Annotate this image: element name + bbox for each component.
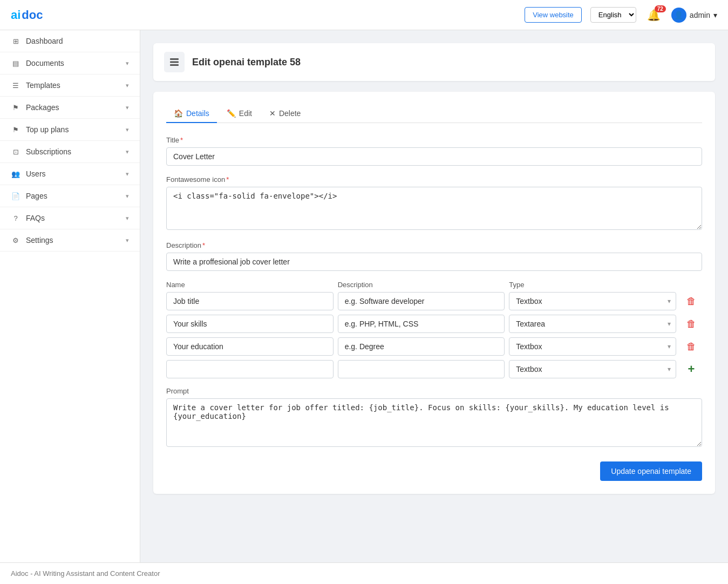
page-header-icon — [164, 52, 185, 72]
templates-icon: ☰ — [11, 82, 21, 90]
fields-desc-header: Description — [338, 281, 505, 289]
sidebar-item-label: Pages — [26, 192, 47, 200]
tab-delete-label: Delete — [279, 109, 301, 118]
edit-card: 🏠 Details ✏️ Edit ✕ Delete Title* — [153, 92, 715, 494]
prompt-group: Prompt — [166, 387, 702, 449]
sidebar-item-subscriptions[interactable]: ⊡ Subscriptions ▾ — [0, 141, 140, 163]
chevron-icon: ▾ — [126, 171, 129, 178]
fontawesome-group: Fontawesome icon* — [166, 175, 702, 232]
field-row-2: Textbox Textarea 🗑 — [166, 315, 702, 333]
sidebar-item-faqs[interactable]: ? FAQs ▾ — [0, 207, 140, 229]
fields-name-header: Name — [166, 281, 334, 289]
edit-icon: ✏️ — [227, 109, 236, 118]
sidebar-item-documents[interactable]: ▤ Documents ▾ — [0, 52, 140, 74]
field-desc-2[interactable] — [338, 315, 505, 333]
field-delete-1[interactable]: 🗑 — [681, 294, 702, 309]
admin-label: admin — [690, 11, 710, 19]
sidebar-item-label: Packages — [26, 103, 59, 112]
sidebar-item-label: Users — [26, 169, 46, 178]
sidebar-item-users[interactable]: 👥 Users ▾ — [0, 163, 140, 185]
description-label: Description* — [166, 241, 702, 249]
page-title: Edit openai template 58 — [192, 57, 301, 68]
topbar-right: View website English 🔔 72 👤 admin ▾ — [525, 6, 717, 24]
topbar-left: aidoc — [11, 8, 43, 22]
field-row-1: Textbox Textarea 🗑 — [166, 292, 702, 310]
field-type-4[interactable]: Textbox Textarea — [509, 360, 676, 378]
logo-doc: doc — [22, 8, 43, 22]
field-type-2[interactable]: Textbox Textarea — [509, 315, 676, 333]
tab-delete[interactable]: ✕ Delete — [262, 105, 308, 123]
view-website-button[interactable]: View website — [525, 7, 582, 23]
chevron-icon: ▾ — [126, 215, 129, 222]
delete-icon: ✕ — [269, 109, 276, 118]
faqs-icon: ? — [11, 214, 21, 222]
sidebar: ⊞ Dashboard ▤ Documents ▾ ☰ Templates ▾ … — [0, 30, 140, 562]
update-button[interactable]: Update openai template — [600, 461, 702, 481]
chevron-down-icon: ▾ — [713, 11, 717, 19]
fields-type-header: Type — [509, 281, 676, 289]
title-group: Title* — [166, 136, 702, 166]
description-input[interactable] — [166, 253, 702, 271]
chevron-icon: ▾ — [126, 193, 129, 200]
content-area: Edit openai template 58 🏠 Details ✏️ Edi… — [140, 30, 728, 562]
field-type-3[interactable]: Textbox Textarea — [509, 337, 676, 356]
tab-details-label: Details — [186, 109, 209, 118]
sidebar-item-label: Subscriptions — [26, 147, 71, 156]
sidebar-item-settings[interactable]: ⚙ Settings ▾ — [0, 229, 140, 252]
tab-edit-label: Edit — [239, 109, 252, 118]
field-row-4: Textbox Textarea + — [166, 360, 702, 378]
field-name-2[interactable] — [166, 315, 334, 333]
field-delete-3[interactable]: 🗑 — [681, 339, 702, 355]
description-group: Description* — [166, 241, 702, 271]
dashboard-icon: ⊞ — [11, 37, 21, 45]
sidebar-item-label: Top up plans — [26, 125, 69, 134]
sidebar-item-pages[interactable]: 📄 Pages ▾ — [0, 185, 140, 207]
title-label: Title* — [166, 136, 702, 144]
chevron-icon: ▾ — [126, 237, 129, 244]
language-select[interactable]: English — [590, 7, 636, 23]
topbar: aidoc View website English 🔔 72 👤 admin … — [0, 0, 728, 30]
field-desc-3[interactable] — [338, 337, 505, 356]
tab-details[interactable]: 🏠 Details — [166, 105, 217, 123]
logo-ai: ai — [11, 8, 21, 22]
field-type-1[interactable]: Textbox Textarea — [509, 292, 676, 310]
packages-icon: ⚑ — [11, 104, 21, 112]
sidebar-item-label: FAQs — [26, 214, 45, 222]
logo: aidoc — [11, 8, 43, 22]
sidebar-item-dashboard[interactable]: ⊞ Dashboard — [0, 30, 140, 52]
field-delete-2[interactable]: 🗑 — [681, 316, 702, 332]
avatar: 👤 — [671, 8, 686, 23]
tab-edit[interactable]: ✏️ Edit — [219, 105, 260, 123]
field-desc-4[interactable] — [338, 360, 505, 378]
field-name-3[interactable] — [166, 337, 334, 356]
chevron-icon: ▾ — [126, 82, 129, 89]
title-input[interactable] — [166, 147, 702, 166]
page-header: Edit openai template 58 — [153, 43, 715, 81]
fields-header: Name Description Type — [166, 281, 702, 289]
prompt-input[interactable] — [166, 398, 702, 447]
field-name-1[interactable] — [166, 292, 334, 310]
fontawesome-label: Fontawesome icon* — [166, 175, 702, 184]
admin-menu-button[interactable]: 👤 admin ▾ — [671, 8, 717, 23]
field-type-wrapper-2: Textbox Textarea — [509, 315, 676, 333]
prompt-label: Prompt — [166, 387, 702, 395]
sidebar-item-templates[interactable]: ☰ Templates ▾ — [0, 74, 140, 97]
sidebar-item-packages[interactable]: ⚑ Packages ▾ — [0, 97, 140, 119]
chevron-icon: ▾ — [126, 104, 129, 111]
main-area: ⊞ Dashboard ▤ Documents ▾ ☰ Templates ▾ … — [0, 30, 728, 562]
svg-rect-0 — [170, 58, 179, 60]
notifications-button[interactable]: 🔔 72 — [645, 6, 663, 24]
svg-rect-2 — [170, 64, 179, 66]
documents-icon: ▤ — [11, 59, 21, 67]
topup-icon: ⚑ — [11, 126, 21, 134]
field-name-4[interactable] — [166, 360, 334, 378]
notifications-badge: 72 — [655, 5, 666, 12]
form-actions: Update openai template — [166, 461, 702, 481]
field-desc-1[interactable] — [338, 292, 505, 310]
chevron-icon: ▾ — [126, 60, 129, 67]
field-add-button[interactable]: + — [681, 360, 702, 378]
fontawesome-input[interactable] — [166, 187, 702, 230]
sidebar-item-topup[interactable]: ⚑ Top up plans ▾ — [0, 119, 140, 141]
field-type-wrapper-3: Textbox Textarea — [509, 337, 676, 356]
chevron-icon: ▾ — [126, 148, 129, 155]
